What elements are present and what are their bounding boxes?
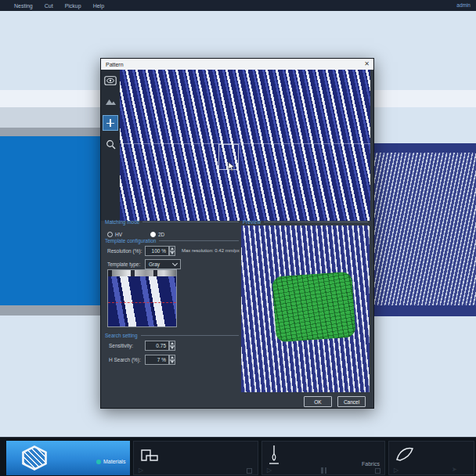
sensitivity-input[interactable]: 0.75 bbox=[145, 341, 169, 351]
resolution-spinner bbox=[169, 246, 175, 256]
match-axis-line bbox=[108, 302, 176, 303]
menu-bar: Nesting Cut Pickup Help admin bbox=[0, 0, 476, 11]
ok-button[interactable]: OK bbox=[304, 396, 332, 407]
h-search-spinner bbox=[169, 355, 175, 365]
fabric-edge-bottom bbox=[366, 305, 476, 316]
spin-down-icon[interactable] bbox=[169, 360, 175, 366]
app-window: Nesting Cut Pickup Help admin Pattern ✕ bbox=[0, 0, 476, 476]
stop-icon[interactable] bbox=[247, 468, 252, 474]
pause-icon[interactable] bbox=[321, 467, 326, 474]
pickup-panel-button[interactable]: ▷ ➤ bbox=[388, 441, 474, 475]
matching-mode-header: Matching mode bbox=[105, 219, 239, 225]
menu-cut[interactable]: Cut bbox=[45, 3, 53, 9]
template-type-label: Template type: bbox=[107, 261, 140, 267]
play-icon[interactable]: ▷ bbox=[139, 467, 143, 474]
match-preview-image bbox=[241, 225, 370, 392]
magnifier-icon bbox=[106, 139, 116, 150]
radio-2d-label: 2D bbox=[158, 232, 164, 237]
close-icon[interactable]: ✕ bbox=[364, 60, 370, 68]
play-icon[interactable]: ▷ bbox=[267, 467, 272, 474]
camera-toolbar bbox=[101, 70, 120, 221]
resolution-label: Resolution (%): bbox=[107, 248, 142, 254]
fabric-piece-icon bbox=[394, 445, 416, 463]
template-zoom-image bbox=[108, 276, 176, 326]
preview-header: Preview bbox=[243, 219, 368, 225]
menu-nesting[interactable]: Nesting bbox=[14, 3, 33, 9]
fabrics-label: Fabrics bbox=[362, 461, 380, 467]
template-configuration-header: Template configuration bbox=[105, 238, 239, 243]
plotter-pen-icon bbox=[268, 444, 280, 466]
stop-icon[interactable] bbox=[375, 468, 380, 474]
resolution-input[interactable]: 100 % bbox=[145, 246, 169, 256]
image-capture-button[interactable] bbox=[103, 96, 117, 107]
materials-panel-button[interactable]: Materials bbox=[6, 441, 130, 475]
pattern-dialog: Pattern ✕ bbox=[100, 58, 374, 409]
radio-hv-circle[interactable] bbox=[107, 232, 113, 237]
spin-down-icon[interactable] bbox=[169, 251, 175, 257]
matched-points-grid bbox=[272, 272, 356, 343]
bottom-toolbar: Materials ▷ Fabrics ▷ bbox=[0, 437, 476, 476]
radio-2d-circle[interactable] bbox=[150, 232, 156, 237]
fabric-camera-view[interactable] bbox=[120, 70, 370, 221]
fabric-edge-top bbox=[366, 143, 476, 153]
add-template-button[interactable] bbox=[103, 115, 118, 131]
conveyor-band-dark bbox=[0, 128, 103, 136]
cut-panel-button[interactable]: Fabrics ▷ bbox=[261, 441, 385, 475]
menu-help[interactable]: Help bbox=[93, 3, 104, 9]
materials-label: Materials bbox=[103, 459, 125, 464]
conveyor-band-dark2 bbox=[0, 305, 103, 316]
cancel-button[interactable]: Cancel bbox=[337, 396, 366, 407]
search-setting-header: Search setting bbox=[105, 333, 239, 338]
eye-icon bbox=[104, 76, 117, 85]
dialog-title: Pattern bbox=[101, 62, 124, 67]
hatched-hexagon-fill bbox=[23, 448, 46, 468]
mouse-cursor bbox=[228, 162, 236, 171]
h-search-label: H Search (%): bbox=[109, 357, 141, 362]
template-type-select[interactable]: Gray bbox=[145, 259, 181, 269]
chevron-down-icon bbox=[172, 261, 178, 266]
ruler-bar bbox=[108, 270, 176, 276]
conveyor-band-light bbox=[0, 107, 103, 128]
play-icon[interactable]: ▷ bbox=[394, 467, 398, 474]
spin-down-icon[interactable] bbox=[169, 346, 175, 352]
template-thumbnail bbox=[107, 269, 177, 327]
h-search-input[interactable]: 7 % bbox=[145, 355, 169, 365]
max-resolution-note: Max resolution: 0.42 mm/px bbox=[182, 248, 240, 253]
nesting-icon bbox=[140, 448, 159, 463]
sensitivity-spinner bbox=[169, 341, 175, 351]
cutting-table-area bbox=[0, 136, 103, 305]
dialog-titlebar[interactable]: Pattern ✕ bbox=[101, 59, 373, 70]
plus-icon bbox=[103, 116, 117, 130]
user-account-label[interactable]: admin bbox=[456, 2, 471, 8]
alignment-line bbox=[120, 143, 370, 144]
radio-hv-label: HV bbox=[115, 232, 122, 237]
zoom-tool-button[interactable] bbox=[103, 139, 117, 150]
dialog-body: Matching mode HV 2D Template configurati… bbox=[101, 70, 373, 408]
live-view-button[interactable] bbox=[103, 74, 117, 86]
image-icon bbox=[105, 97, 117, 106]
nesting-panel-button[interactable]: ▷ bbox=[133, 441, 258, 475]
status-dot bbox=[96, 460, 101, 464]
material-hexagon-icon bbox=[20, 445, 49, 471]
menu-pickup[interactable]: Pickup bbox=[65, 3, 81, 9]
fabric-roll-view bbox=[366, 153, 476, 305]
sensitivity-label: Sensitivity: bbox=[109, 343, 133, 348]
pointer-icon[interactable]: ➤ bbox=[452, 467, 457, 473]
